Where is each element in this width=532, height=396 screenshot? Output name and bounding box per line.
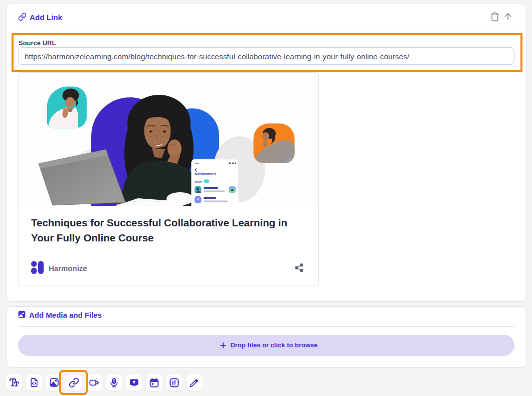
svg-text:Earlier: Earlier [195, 181, 202, 183]
svg-text:Notifications: Notifications [195, 172, 217, 176]
svg-text:9:41: 9:41 [195, 163, 199, 165]
